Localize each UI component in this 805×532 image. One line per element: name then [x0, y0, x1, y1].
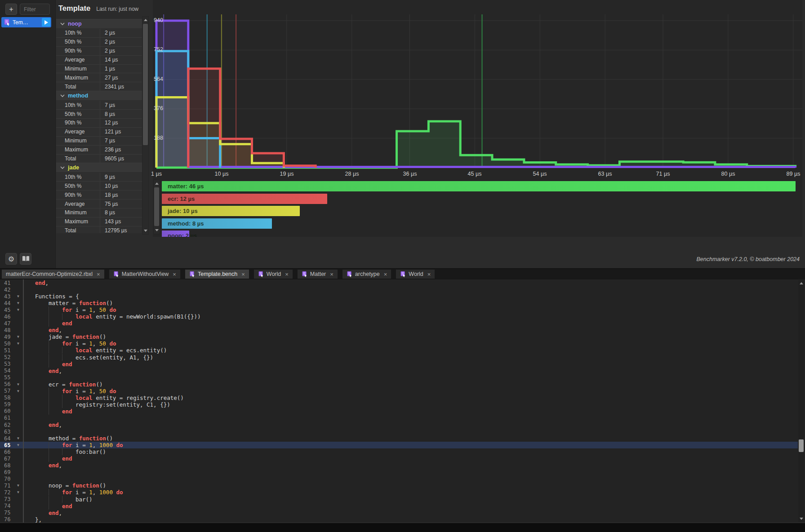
tab-matter[interactable]: Matter× [298, 270, 338, 279]
code-text [23, 475, 805, 482]
code-line-52[interactable]: 52ecs.set(entity, A1, {}) [0, 354, 805, 361]
code-line-68[interactable]: 68end, [0, 462, 805, 469]
fold-arrow-icon[interactable]: ▼ [13, 294, 23, 298]
stats-section-header-noop[interactable]: noop [56, 19, 142, 29]
tab-close-icon[interactable]: × [384, 271, 387, 278]
code-line-59[interactable]: 59registry:set(entity, C1, {}) [0, 401, 805, 408]
legend-scrollbar-thumb[interactable] [154, 187, 159, 226]
code-line-75[interactable]: 75end, [0, 510, 805, 516]
stats-section-header-method[interactable]: method [56, 91, 142, 101]
tab-close-icon[interactable]: × [427, 271, 431, 278]
code-line-56[interactable]: 56▼ecr = function() [0, 381, 805, 388]
code-line-45[interactable]: 45▼for i = 1, 50 do [0, 306, 805, 313]
stat-row-jade-total: Total12795 µs [56, 226, 142, 233]
stat-row-jade-90th: 90th %18 µs [56, 191, 142, 200]
scroll-up-icon[interactable] [142, 17, 148, 23]
filter-input[interactable]: Filter [20, 4, 50, 15]
code-line-72[interactable]: 72▼for i = 1, 1000 do [0, 489, 805, 496]
tab-matterwithoutview[interactable]: MatterWithoutView× [109, 270, 180, 279]
fold-arrow-icon[interactable]: ▼ [13, 490, 23, 494]
fold-arrow-icon[interactable]: ▼ [13, 308, 23, 312]
fold-arrow-icon[interactable]: ▼ [13, 382, 23, 386]
stats-scrollbar[interactable] [142, 16, 149, 235]
code-line-63[interactable]: 63 [0, 428, 805, 435]
tab-close-icon[interactable]: × [241, 271, 245, 278]
tab-close-icon[interactable]: × [330, 271, 334, 278]
code-line-46[interactable]: 46local entity = newWorld:spawn(B1({})) [0, 313, 805, 320]
legend-label: method: 8 µs [168, 220, 204, 227]
script-editor[interactable]: 41end,4243▼Functions = {44▼matter = func… [0, 279, 805, 523]
run-benchmark-button[interactable] [42, 18, 50, 27]
code-line-66[interactable]: 66foo:bar() [0, 448, 805, 455]
code-text [23, 428, 805, 435]
tab-close-icon[interactable]: × [97, 271, 100, 278]
code-line-73[interactable]: 73bar() [0, 496, 805, 503]
code-line-76[interactable]: 76}, [0, 516, 805, 523]
code-line-60[interactable]: 60end [0, 408, 805, 415]
code-line-44[interactable]: 44▼matter = function() [0, 300, 805, 306]
settings-button[interactable]: ⚙ [5, 253, 17, 265]
benchmark-item-template[interactable]: Tem… [1, 17, 51, 27]
scroll-down-icon[interactable] [154, 227, 160, 233]
tab-archetype[interactable]: archetype× [342, 270, 391, 279]
code-line-74[interactable]: 74end [0, 503, 805, 510]
benchmark-list-sidebar: + Filter Tem… [0, 0, 56, 268]
tab-world[interactable]: World× [254, 270, 293, 279]
stats-section-header-jade[interactable]: jade [56, 163, 142, 173]
code-line-53[interactable]: 53end [0, 361, 805, 368]
add-benchmark-button[interactable]: + [5, 4, 17, 15]
code-line-58[interactable]: 58local entity = registry.create() [0, 395, 805, 401]
editor-scrollbar[interactable] [798, 279, 805, 523]
fold-arrow-icon[interactable]: ▼ [13, 335, 23, 339]
code-line-42[interactable]: 42 [0, 286, 805, 293]
line-number: 67 [0, 456, 13, 462]
code-line-71[interactable]: 71▼noop = function() [0, 482, 805, 489]
docs-button[interactable] [20, 253, 31, 265]
line-number: 44 [0, 300, 13, 306]
editor-scrollbar-thumb[interactable] [799, 439, 804, 452]
code-line-43[interactable]: 43▼Functions = { [0, 293, 805, 300]
version-credit: Benchmarker v7.2.0, © boatbomber 2024 [697, 256, 800, 262]
code-line-65[interactable]: 65▼for i = 1, 1000 do [0, 442, 805, 448]
tab-close-icon[interactable]: × [285, 271, 289, 278]
line-number: 75 [0, 510, 13, 516]
code-line-51[interactable]: 51local entity = ecs.entity() [0, 347, 805, 354]
code-line-67[interactable]: 67end [0, 455, 805, 462]
code-line-64[interactable]: 64▼method = function() [0, 435, 805, 442]
legend-label: matter: 46 µs [168, 183, 204, 190]
code-line-55[interactable]: 55 [0, 374, 805, 381]
code-line-48[interactable]: 48end, [0, 327, 805, 333]
code-line-70[interactable]: 70 [0, 475, 805, 482]
code-line-54[interactable]: 54end, [0, 368, 805, 374]
fold-arrow-icon[interactable]: ▼ [13, 389, 23, 393]
fold-arrow-icon[interactable]: ▼ [13, 483, 23, 488]
legend-scrollbar[interactable] [153, 180, 160, 234]
play-icon [44, 20, 48, 25]
scroll-down-icon[interactable] [142, 228, 148, 234]
scroll-up-icon[interactable] [154, 181, 160, 186]
code-line-69[interactable]: 69 [0, 469, 805, 475]
tab-template-bench[interactable]: Template.bench× [185, 270, 249, 279]
code-line-61[interactable]: 61 [0, 415, 805, 421]
fold-arrow-icon[interactable]: ▼ [13, 341, 23, 346]
code-line-49[interactable]: 49▼jade = function() [0, 333, 805, 340]
code-text: method = function() [23, 435, 805, 442]
fold-arrow-icon[interactable]: ▼ [13, 436, 23, 440]
scroll-down-icon[interactable] [798, 516, 804, 522]
tab-close-icon[interactable]: × [173, 271, 176, 278]
fold-arrow-icon[interactable]: ▼ [13, 443, 23, 447]
code-line-62[interactable]: 62end, [0, 421, 805, 428]
code-text: end, [23, 462, 805, 469]
tab-matterecr-common-optimize2-rbxl[interactable]: matterEcr-Common-Optimize2.rbxl× [2, 270, 104, 279]
code-line-57[interactable]: 57▼for i = 1, 50 do [0, 388, 805, 395]
code-line-41[interactable]: 41end, [0, 279, 805, 286]
stats-scrollbar-thumb[interactable] [143, 24, 148, 145]
fold-arrow-icon[interactable]: ▼ [13, 301, 23, 305]
code-text: for i = 1, 50 do [23, 388, 805, 395]
code-line-50[interactable]: 50▼for i = 1, 50 do [0, 340, 805, 347]
code-line-47[interactable]: 47end [0, 320, 805, 327]
scroll-up-icon[interactable] [798, 280, 804, 286]
legend-label: jade: 10 µs [168, 208, 198, 214]
x-axis-tick: 19 µs [280, 171, 294, 177]
tab-world[interactable]: World× [396, 270, 435, 279]
